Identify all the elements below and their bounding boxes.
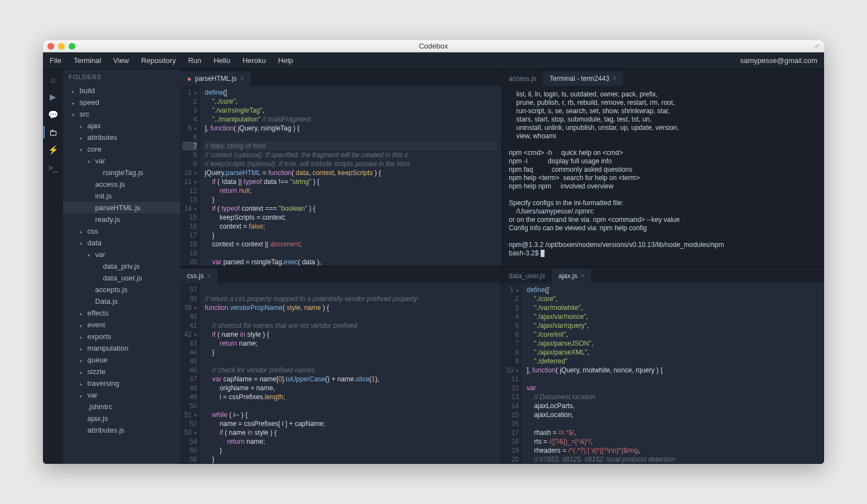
folder-ajax[interactable]: ▸ ajax <box>63 120 180 132</box>
file--jshintrc[interactable]: .jshintrc <box>63 401 180 413</box>
menu-run[interactable]: Run <box>188 56 201 65</box>
tab-parsehtml-js[interactable]: ●parseHTML.js× <box>180 71 251 86</box>
file-attributes-js[interactable]: attributes.js <box>63 424 180 436</box>
bolt-icon[interactable]: ⚡ <box>48 145 59 155</box>
pane-top-left: ●parseHTML.js× 1 ▾2345 ▾678910 ▾11 ▾1213… <box>180 69 502 266</box>
minimize-window-button[interactable] <box>58 43 65 50</box>
chat-icon[interactable]: 💬 <box>48 110 59 120</box>
terminal-cursor <box>541 250 545 257</box>
menu-terminal[interactable]: Terminal <box>74 56 101 65</box>
menu-hello[interactable]: Hello <box>214 56 230 65</box>
pane-bottom-left: css.js× 373839 ▾404142 ▾4344454647484950… <box>180 266 502 464</box>
file-tree: ▸ build▸ speed▾ src▸ ajax▸ attributes▾ c… <box>63 85 180 436</box>
file-ready-js[interactable]: ready.js <box>63 214 180 225</box>
file-parseHTML-js[interactable]: parseHTML.js <box>63 202 180 214</box>
titlebar: Codebox ⤢ <box>43 40 824 52</box>
file-accepts-js[interactable]: accepts.js <box>63 284 180 295</box>
file-data_priv-js[interactable]: data_priv.js <box>63 260 180 272</box>
folder-queue[interactable]: ▸ queue <box>63 354 180 366</box>
modified-dot-icon: ● <box>187 75 191 83</box>
close-tab-icon[interactable]: × <box>581 272 585 280</box>
zoom-window-button[interactable] <box>69 43 75 50</box>
tab-access-js[interactable]: access.js <box>502 71 543 86</box>
menu-file[interactable]: File <box>50 56 61 65</box>
folder-icon[interactable]: 🗀 <box>49 128 57 137</box>
close-tab-icon[interactable]: × <box>613 75 616 83</box>
file-rsingleTag-js[interactable]: rsingleTag.js <box>63 167 180 178</box>
menu-heroku[interactable]: Heroku <box>243 56 266 65</box>
close-window-button[interactable] <box>47 43 54 50</box>
file-init-js[interactable]: init.js <box>63 190 180 202</box>
file-explorer: FOLDERS ▸ build▸ speed▾ src▸ ajax▸ attri… <box>63 69 180 464</box>
menu-view[interactable]: View <box>113 56 129 65</box>
terminal-output[interactable]: list, ll, ln, login, ls, outdated, owner… <box>502 86 823 266</box>
editor-panes: ●parseHTML.js× 1 ▾2345 ▾678910 ▾11 ▾1213… <box>180 69 824 464</box>
folder-manipulation[interactable]: ▸ manipulation <box>63 342 180 354</box>
folders-header: FOLDERS <box>63 69 180 85</box>
tabs-bottom-left: css.js× <box>180 266 502 283</box>
folder-src[interactable]: ▾ src <box>63 108 180 120</box>
file-access-js[interactable]: access.js <box>63 178 180 190</box>
folder-var[interactable]: ▸ var <box>63 389 180 401</box>
folder-speed[interactable]: ▸ speed <box>63 96 180 108</box>
file-Data-js[interactable]: Data.js <box>63 295 180 307</box>
folder-traversing[interactable]: ▸ traversing <box>63 377 180 389</box>
pane-bottom-right: data_user.jsajax.js× 1 ▾2345678910 ▾1112… <box>502 266 824 464</box>
tab-terminal---term2443[interactable]: Terminal - term2443× <box>543 71 623 86</box>
folder-effects[interactable]: ▸ effects <box>63 307 180 319</box>
fullscreen-icon[interactable]: ⤢ <box>815 42 820 50</box>
file-ajax-js[interactable]: ajax.js <box>63 413 180 424</box>
tabs-top-right: access.jsTerminal - term2443× <box>502 69 823 86</box>
folder-attributes[interactable]: ▸ attributes <box>63 132 180 143</box>
tabs-bottom-right: data_user.jsajax.js× <box>502 266 823 283</box>
menubar: File Terminal View Repository Run Hello … <box>43 52 824 69</box>
play-icon[interactable]: ▶ <box>50 92 56 102</box>
search-icon[interactable]: ⌕ <box>51 75 56 84</box>
traffic-lights <box>47 43 75 50</box>
folder-var[interactable]: ▾ var <box>63 155 180 167</box>
editor-css[interactable]: 373839 ▾404142 ▾434445464748495051 ▾5253… <box>180 283 502 463</box>
terminal-icon[interactable]: >_ <box>48 163 57 172</box>
ide-window: Codebox ⤢ File Terminal View Repository … <box>43 40 824 464</box>
close-tab-icon[interactable]: × <box>240 75 244 83</box>
window-title: Codebox <box>419 42 448 50</box>
folder-data[interactable]: ▾ data <box>63 237 180 249</box>
editor-parsehtml[interactable]: 1 ▾2345 ▾678910 ▾11 ▾121314 ▾15161718192… <box>180 86 502 266</box>
tab-ajax-js[interactable]: ajax.js× <box>552 269 591 283</box>
editor-ajax[interactable]: 1 ▾2345678910 ▾1112131415161718192021def… <box>502 283 823 463</box>
tab-data-user-js[interactable]: data_user.js <box>502 269 552 283</box>
folder-exports[interactable]: ▸ exports <box>63 331 180 342</box>
tab-css-js[interactable]: css.js× <box>180 269 218 283</box>
activity-rail: ⌕ ▶ 💬 🗀 ⚡ >_ <box>43 69 63 464</box>
folder-core[interactable]: ▾ core <box>63 143 180 155</box>
folder-build[interactable]: ▸ build <box>63 85 180 96</box>
file-data_user-js[interactable]: data_user.js <box>63 272 180 284</box>
user-email[interactable]: samypesse@gmail.com <box>740 56 817 65</box>
folder-var[interactable]: ▾ var <box>63 249 180 260</box>
close-tab-icon[interactable]: × <box>207 272 211 280</box>
folder-css[interactable]: ▸ css <box>63 225 180 237</box>
pane-top-right: access.jsTerminal - term2443× list, ll, … <box>502 69 824 266</box>
folder-event[interactable]: ▸ event <box>63 319 180 331</box>
tabs-top-left: ●parseHTML.js× <box>180 69 502 86</box>
folder-sizzle[interactable]: ▸ sizzle <box>63 366 180 377</box>
menu-repository[interactable]: Repository <box>141 56 176 65</box>
menu-help[interactable]: Help <box>278 56 293 65</box>
